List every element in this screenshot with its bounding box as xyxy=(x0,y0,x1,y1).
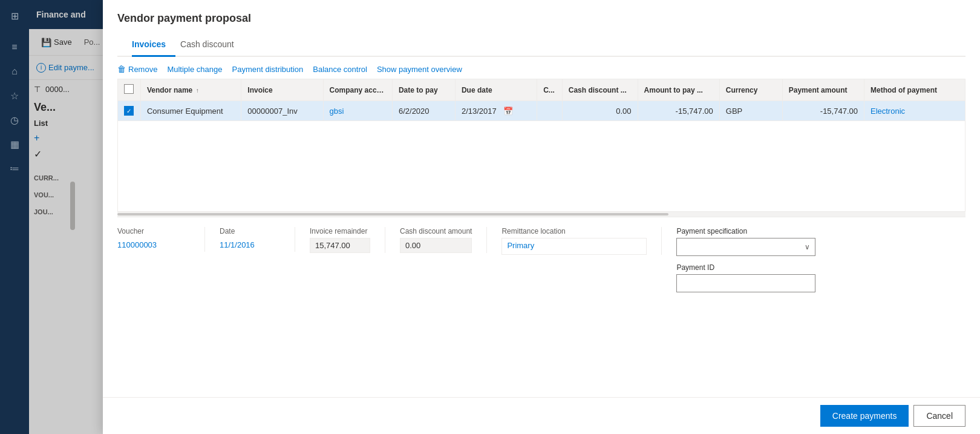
payment-specification-dropdown[interactable]: ∨ xyxy=(676,238,815,256)
modal-header: Vendor payment proposal Invoices Cash di… xyxy=(103,0,980,57)
payment-distribution-label: Payment distribution xyxy=(232,65,303,74)
col-header-c[interactable]: C... xyxy=(537,79,563,101)
remove-icon: 🗑 xyxy=(117,64,126,74)
row-company-acct[interactable]: gbsi xyxy=(323,101,392,121)
row-due-date: 2/13/2017 📅 xyxy=(455,101,537,121)
multiple-change-button[interactable]: Multiple change xyxy=(167,65,222,74)
vendor-payment-proposal-modal: Vendor payment proposal Invoices Cash di… xyxy=(103,0,980,434)
balance-control-label: Balance control xyxy=(313,65,367,74)
payment-spec-section: Payment specification ∨ Payment ID xyxy=(676,227,815,292)
chevron-down-icon: ∨ xyxy=(805,243,810,251)
payment-distribution-button[interactable]: Payment distribution xyxy=(232,65,303,74)
col-header-currency[interactable]: Currency xyxy=(719,79,782,101)
cash-discount-amount-label: Cash discount amount xyxy=(400,227,472,235)
col-header-company-acct[interactable]: Company acco... xyxy=(323,79,392,101)
balance-control-button[interactable]: Balance control xyxy=(313,65,367,74)
payment-id-label: Payment ID xyxy=(676,263,815,272)
modal-overlay: Vendor payment proposal Invoices Cash di… xyxy=(0,0,980,434)
payment-id-input[interactable] xyxy=(676,274,815,292)
invoices-table: Vendor name ↑ Invoice Company acco... xyxy=(118,79,965,121)
invoice-remainder-label: Invoice remainder xyxy=(310,227,370,235)
col-header-cash-discount[interactable]: Cash discount ... xyxy=(562,79,638,101)
tab-cash-discount[interactable]: Cash discount xyxy=(180,35,244,57)
voucher-label: Voucher xyxy=(117,227,190,235)
row-payment-amount: -15,747.00 xyxy=(782,101,864,121)
table-toolbar: 🗑 Remove Multiple change Payment distrib… xyxy=(117,57,965,79)
row-invoice: 00000007_Inv xyxy=(241,101,323,121)
row-checkbox[interactable]: ✓ xyxy=(124,106,134,116)
payment-specification-label: Payment specification xyxy=(676,227,815,235)
row-date-to-pay: 6/2/2020 xyxy=(392,101,455,121)
select-all-checkbox[interactable] xyxy=(124,84,134,94)
col-header-invoice[interactable]: Invoice xyxy=(241,79,323,101)
multiple-change-label: Multiple change xyxy=(167,65,222,74)
row-cash-discount: 0.00 xyxy=(562,101,638,121)
invoice-remainder-value: 15,747.00 xyxy=(310,238,370,253)
table-row[interactable]: ✓ Consumer Equipment 00000007_Inv gbsi 6… xyxy=(118,101,965,121)
row-currency: GBP xyxy=(719,101,782,121)
col-header-date-to-pay[interactable]: Date to pay xyxy=(392,79,455,101)
date-value[interactable]: 11/1/2016 xyxy=(220,238,280,252)
date-label: Date xyxy=(220,227,280,235)
modal-title: Vendor payment proposal xyxy=(117,12,965,25)
remove-button[interactable]: 🗑 Remove xyxy=(117,64,157,74)
col-header-due-date[interactable]: Due date xyxy=(455,79,537,101)
remittance-location-box: Primary xyxy=(501,238,647,255)
modal-footer: Create payments Cancel xyxy=(103,397,980,434)
remittance-location-label: Remittance location xyxy=(501,227,647,235)
invoices-table-container[interactable]: Vendor name ↑ Invoice Company acco... xyxy=(117,79,965,212)
details-panel: Voucher 110000003 Date 11/1/2016 Invoice… xyxy=(117,217,965,302)
scrollbar-thumb[interactable] xyxy=(117,213,668,215)
remittance-location-value[interactable]: Primary xyxy=(507,241,534,250)
show-payment-overview-label: Show payment overview xyxy=(377,65,462,74)
col-header-method-of-payment[interactable]: Method of payment xyxy=(864,79,965,101)
calendar-icon[interactable]: 📅 xyxy=(503,107,513,116)
cash-discount-amount-value: 0.00 xyxy=(400,238,472,253)
row-amount-to-pay: -15,747.00 xyxy=(638,101,719,121)
create-payments-button[interactable]: Create payments xyxy=(820,405,909,427)
show-payment-overview-button[interactable]: Show payment overview xyxy=(377,65,462,74)
cancel-button[interactable]: Cancel xyxy=(913,405,965,427)
voucher-value[interactable]: 110000003 xyxy=(117,238,190,252)
row-c xyxy=(537,101,563,121)
row-vendor-name: Consumer Equipment xyxy=(140,101,241,121)
row-method-of-payment[interactable]: Electronic xyxy=(864,101,965,121)
col-header-amount-to-pay[interactable]: Amount to pay ... xyxy=(638,79,719,101)
tab-invoices[interactable]: Invoices xyxy=(132,35,175,57)
horizontal-scrollbar[interactable] xyxy=(117,212,965,217)
modal-tabs: Invoices Cash discount xyxy=(117,35,965,57)
col-header-vendor-name[interactable]: Vendor name ↑ xyxy=(140,79,241,101)
col-header-payment-amount[interactable]: Payment amount xyxy=(782,79,864,101)
sort-arrow-vendor: ↑ xyxy=(196,87,199,94)
row-checkbox-cell: ✓ xyxy=(118,101,140,121)
remove-label: Remove xyxy=(128,65,157,74)
col-header-check xyxy=(118,79,140,101)
modal-body: 🗑 Remove Multiple change Payment distrib… xyxy=(103,57,980,397)
